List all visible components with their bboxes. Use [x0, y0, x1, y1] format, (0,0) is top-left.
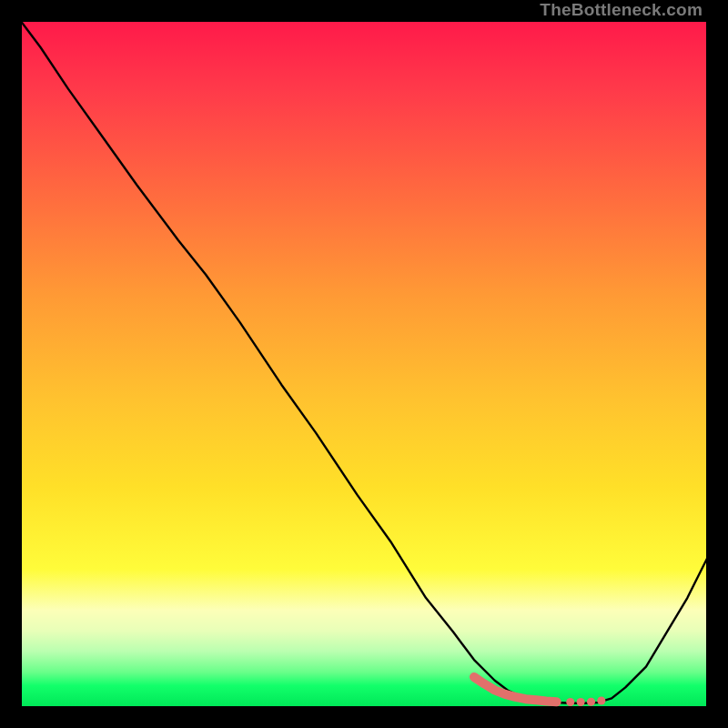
optimal-marker-dot [577, 698, 585, 706]
optimal-marker-group [474, 677, 605, 706]
optimal-marker-stroke [474, 677, 557, 702]
optimal-marker-dot [587, 698, 595, 706]
watermark-text: TheBottleneck.com [540, 0, 703, 20]
optimal-marker-dot [566, 698, 574, 706]
optimal-marker-dot [597, 697, 605, 705]
bottleneck-curve-path [20, 20, 708, 703]
chart-svg-layer [20, 20, 708, 708]
